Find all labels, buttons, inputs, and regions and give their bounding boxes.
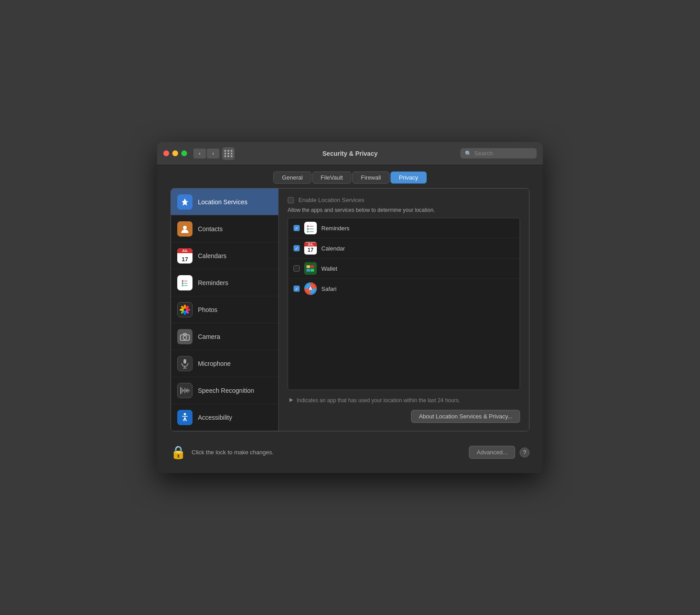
sidebar-item-reminders[interactable]: Reminders bbox=[171, 269, 278, 296]
location-icon bbox=[177, 194, 192, 210]
grid-button[interactable] bbox=[222, 147, 235, 160]
photos-icon bbox=[177, 302, 192, 317]
tab-general[interactable]: General bbox=[273, 171, 311, 184]
svg-rect-36 bbox=[306, 269, 310, 272]
enable-checkbox[interactable] bbox=[288, 197, 294, 203]
main-panel: Location Services Contacts bbox=[171, 188, 529, 431]
content-area: Location Services Contacts bbox=[157, 188, 543, 473]
bottom-right: Advanced... ? bbox=[469, 446, 529, 459]
hint-text: Indicates an app that has used your loca… bbox=[297, 396, 460, 404]
sidebar-item-speech[interactable]: Speech Recognition bbox=[171, 377, 278, 404]
bottom-bar: 🔒 Click the lock to make changes. Advanc… bbox=[171, 440, 529, 464]
app-row-reminders[interactable]: Reminders bbox=[288, 218, 520, 238]
svg-rect-4 bbox=[184, 283, 188, 284]
accessibility-icon bbox=[177, 410, 192, 425]
wallet-app-icon bbox=[304, 262, 317, 275]
sidebar-label-speech: Speech Recognition bbox=[198, 387, 254, 394]
enable-row: Enable Location Services bbox=[288, 197, 520, 203]
hint-arrow-icon: ▶ bbox=[289, 397, 293, 403]
svg-rect-26 bbox=[188, 390, 189, 391]
search-icon: 🔍 bbox=[465, 150, 472, 157]
svg-point-1 bbox=[182, 280, 184, 282]
calendar-checkbox[interactable] bbox=[293, 245, 300, 251]
svg-point-0 bbox=[183, 226, 187, 229]
sidebar-item-calendars[interactable]: JUL 17 Calendars bbox=[171, 242, 278, 269]
svg-rect-17 bbox=[184, 359, 186, 364]
svg-rect-6 bbox=[184, 285, 188, 286]
svg-rect-25 bbox=[187, 388, 188, 393]
sidebar-item-camera[interactable]: Camera bbox=[171, 323, 278, 350]
speech-icon bbox=[177, 383, 192, 398]
svg-rect-37 bbox=[311, 269, 314, 272]
main-window: ‹ › Security & Privacy 🔍 General FileVau… bbox=[157, 142, 543, 473]
svg-rect-2 bbox=[184, 281, 188, 281]
safari-app-name: Safari bbox=[321, 286, 337, 292]
nav-buttons: ‹ › bbox=[193, 149, 219, 158]
titlebar: ‹ › Security & Privacy 🔍 bbox=[157, 142, 543, 165]
back-button[interactable]: ‹ bbox=[193, 149, 206, 158]
lock-section: 🔒 Click the lock to make changes. bbox=[171, 445, 274, 460]
sidebar-item-photos[interactable]: Photos bbox=[171, 296, 278, 323]
svg-point-30 bbox=[307, 228, 309, 230]
sidebar-item-contacts[interactable]: Contacts bbox=[171, 215, 278, 242]
svg-rect-23 bbox=[184, 388, 185, 393]
sidebar-item-accessibility[interactable]: Accessibility bbox=[171, 404, 278, 431]
svg-point-5 bbox=[182, 285, 184, 286]
svg-rect-29 bbox=[309, 226, 314, 227]
app-row-safari[interactable]: Safari bbox=[288, 279, 520, 299]
forward-button[interactable]: › bbox=[207, 149, 219, 158]
search-box[interactable]: 🔍 bbox=[460, 148, 537, 158]
sidebar-item-microphone[interactable]: Microphone bbox=[171, 350, 278, 377]
svg-rect-31 bbox=[309, 228, 314, 229]
svg-point-32 bbox=[307, 231, 309, 233]
reminders-app-icon bbox=[304, 222, 317, 234]
svg-rect-33 bbox=[309, 231, 314, 232]
contacts-icon bbox=[177, 221, 192, 237]
svg-point-28 bbox=[307, 225, 309, 227]
calendars-icon: JUL 17 bbox=[177, 248, 192, 264]
tab-privacy[interactable]: Privacy bbox=[390, 171, 427, 184]
reminders-checkbox[interactable] bbox=[293, 225, 300, 231]
svg-point-27 bbox=[184, 413, 186, 415]
sidebar-label-accessibility: Accessibility bbox=[198, 414, 232, 421]
app-row-calendar[interactable]: JUL 17 Calendar bbox=[288, 238, 520, 259]
sidebar: Location Services Contacts bbox=[171, 189, 279, 431]
camera-icon bbox=[177, 329, 192, 344]
detail-panel: Enable Location Services Allow the apps … bbox=[279, 189, 529, 431]
window-title: Security & Privacy bbox=[323, 150, 378, 157]
sidebar-item-location[interactable]: Location Services bbox=[171, 189, 278, 215]
tab-firewall[interactable]: Firewall bbox=[352, 171, 389, 184]
about-btn[interactable]: About Location Services & Privacy... bbox=[411, 410, 520, 423]
tabs-bar: General FileVault Firewall Privacy bbox=[157, 165, 543, 188]
traffic-lights bbox=[163, 150, 187, 156]
minimize-button[interactable] bbox=[172, 150, 178, 156]
svg-rect-22 bbox=[183, 390, 184, 391]
microphone-icon bbox=[177, 356, 192, 371]
close-button[interactable] bbox=[163, 150, 169, 156]
svg-rect-21 bbox=[182, 388, 183, 393]
search-input[interactable] bbox=[474, 150, 532, 157]
lock-text: Click the lock to make changes. bbox=[192, 449, 274, 456]
sidebar-label-camera: Camera bbox=[198, 333, 220, 340]
sidebar-label-reminders: Reminders bbox=[198, 279, 228, 286]
safari-checkbox[interactable] bbox=[293, 286, 300, 292]
svg-rect-20 bbox=[180, 387, 181, 394]
advanced-button[interactable]: Advanced... bbox=[469, 446, 515, 459]
svg-rect-24 bbox=[186, 389, 187, 392]
svg-rect-34 bbox=[306, 265, 310, 268]
svg-point-3 bbox=[182, 282, 184, 284]
reminders-icon bbox=[177, 275, 192, 290]
lock-icon[interactable]: 🔒 bbox=[171, 445, 186, 460]
wallet-checkbox[interactable] bbox=[293, 265, 300, 272]
wallet-app-name: Wallet bbox=[321, 265, 337, 272]
maximize-button[interactable] bbox=[181, 150, 187, 156]
sidebar-label-calendars: Calendars bbox=[198, 252, 227, 259]
grid-icon bbox=[224, 150, 233, 157]
tab-filevault[interactable]: FileVault bbox=[312, 171, 352, 184]
help-button[interactable]: ? bbox=[520, 448, 529, 457]
svg-marker-39 bbox=[309, 286, 312, 290]
safari-app-icon bbox=[304, 282, 317, 295]
apps-list: Reminders JUL 17 Calendar bbox=[288, 218, 520, 390]
app-row-wallet[interactable]: Wallet bbox=[288, 259, 520, 279]
sidebar-label-location: Location Services bbox=[198, 198, 248, 206]
